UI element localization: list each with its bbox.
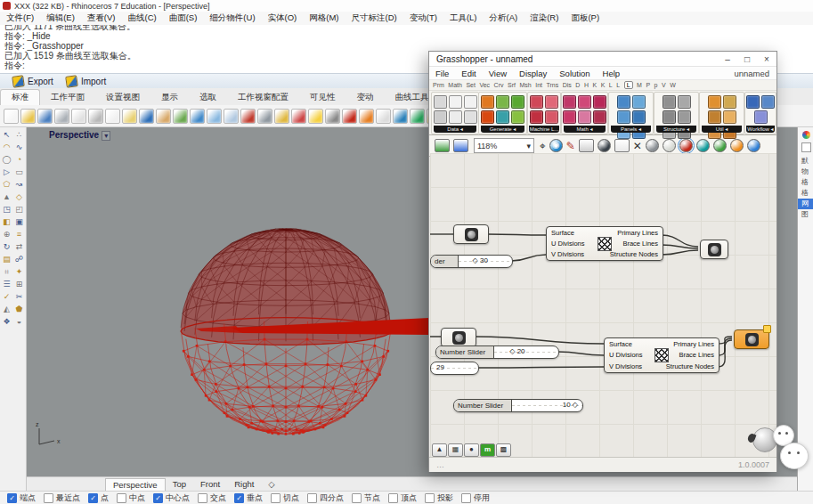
cylinder-icon[interactable]: ◰ — [13, 204, 25, 215]
wireframe-sphere-icon[interactable] — [376, 109, 391, 124]
palette-component-icon[interactable] — [464, 95, 477, 109]
lamp-icon[interactable] — [308, 109, 323, 124]
panel-list-item[interactable]: 默 — [798, 156, 813, 167]
delete-icon[interactable] — [88, 109, 103, 124]
menu-item-12[interactable]: 渲染(R) — [524, 12, 565, 24]
palette-component-icon[interactable] — [481, 95, 494, 109]
osnap-checkbox[interactable] — [461, 493, 471, 503]
freeform-curve-icon[interactable]: ∿ — [13, 142, 25, 153]
move-icon[interactable] — [274, 109, 289, 124]
focus-icon[interactable]: ⌖ — [540, 140, 546, 152]
palette-group-label[interactable]: Workflow ◂ — [746, 126, 774, 133]
osnap-12[interactable]: 停用 — [461, 492, 490, 504]
ghosted-sphere-icon[interactable] — [410, 109, 425, 124]
box-icon[interactable]: ◳ — [1, 204, 12, 215]
palette-group-label[interactable]: Util ◂ — [702, 126, 742, 133]
toolbar-tab-2[interactable]: 设置视图 — [95, 90, 150, 105]
osnap-7[interactable]: 切点 — [271, 492, 299, 504]
viewport-title[interactable]: Perspective▾ — [49, 130, 110, 140]
osnap-2[interactable]: ✓点 — [88, 492, 109, 504]
osnap-1[interactable]: 最近点 — [44, 492, 80, 504]
zoom-extents-icon[interactable] — [224, 109, 239, 124]
gh-menu-file[interactable]: File — [429, 69, 455, 78]
gh-category-tab-16[interactable]: L — [624, 81, 633, 89]
palette-component-icon[interactable] — [708, 110, 721, 124]
panel-list-item[interactable]: 格 — [798, 177, 813, 188]
palette-component-icon[interactable] — [496, 95, 509, 109]
window-icon[interactable] — [614, 139, 630, 152]
osnap-checkbox[interactable]: ✓ — [7, 493, 17, 503]
preview-eye-icon[interactable]: ◉ — [549, 139, 563, 152]
toolbar-tab-6[interactable]: 可见性 — [299, 90, 346, 105]
osnap-checkbox[interactable]: ✓ — [88, 493, 98, 503]
viewport-menu-arrow[interactable]: ▾ — [102, 131, 110, 141]
palette-component-icon[interactable] — [593, 110, 606, 124]
gh-category-tab-15[interactable]: L — [616, 82, 620, 88]
open-file-icon[interactable] — [20, 109, 36, 124]
slider-track[interactable]: ◇ 20 — [494, 346, 558, 358]
menu-item-13[interactable]: 面板(P) — [565, 12, 606, 24]
osnap-8[interactable]: 四分点 — [307, 492, 344, 504]
orient-icon[interactable]: ☍ — [13, 254, 25, 265]
palette-component-icon[interactable] — [496, 110, 509, 124]
gh-menu-help[interactable]: Help — [597, 69, 627, 78]
menu-item-7[interactable]: 网格(M) — [303, 12, 345, 24]
panel-list-item[interactable]: 物 — [798, 167, 813, 177]
export-button[interactable]: Export — [12, 76, 53, 87]
panel-list-item[interactable]: 格 — [798, 188, 813, 199]
grid-icon[interactable]: ▦ — [448, 443, 463, 457]
osnap-checkbox[interactable]: ✓ — [153, 493, 163, 503]
shear-icon[interactable]: ◭ — [1, 304, 12, 315]
number-slider-20[interactable]: Number Slider◇ 20 — [435, 345, 559, 359]
cage-icon[interactable]: ⬟ — [13, 304, 25, 315]
paste-icon[interactable] — [122, 109, 137, 124]
slider-track[interactable]: ◇ 30 — [459, 256, 512, 267]
palette-component-icon[interactable] — [578, 110, 591, 124]
palette-group-label[interactable]: Machine L... ◂ — [529, 126, 558, 133]
undo-icon[interactable] — [139, 109, 154, 124]
palette-component-icon[interactable] — [593, 95, 606, 109]
dark-sphere-icon[interactable] — [598, 139, 611, 152]
gh-category-tab-20[interactable]: V — [662, 82, 666, 88]
gh-menu-view[interactable]: View — [483, 69, 513, 78]
new-file-icon[interactable] — [4, 109, 19, 124]
selected-output-component[interactable] — [734, 329, 769, 349]
zoom-window-icon[interactable] — [207, 109, 222, 124]
gh-category-tab-8[interactable]: Trns — [546, 82, 558, 88]
gh-menu-edit[interactable]: Edit — [455, 69, 482, 78]
toolbar-tab-0[interactable]: 标准 — [0, 89, 40, 105]
split-icon[interactable]: ✦ — [13, 266, 25, 278]
gh-category-tab-10[interactable]: D — [575, 82, 580, 88]
grasshopper-window[interactable]: Grasshopper - unnamed – □ × FileEditView… — [428, 51, 777, 472]
teal-ball-icon[interactable] — [696, 139, 710, 152]
curve-param-component[interactable] — [700, 240, 728, 259]
menu-item-9[interactable]: 变动(T) — [403, 12, 443, 24]
palette-component-icon[interactable] — [723, 110, 736, 124]
dimension-icon[interactable]: ❖ — [1, 316, 12, 328]
gh-category-tab-17[interactable]: M — [637, 82, 642, 88]
surface-icon[interactable]: ▲ — [1, 191, 12, 203]
wires-icon[interactable]: ✕ — [633, 140, 642, 152]
gh-category-tab-4[interactable]: Crv — [494, 82, 504, 88]
palette-component-icon[interactable] — [754, 110, 768, 124]
palette-component-icon[interactable] — [434, 110, 447, 124]
palette-component-icon[interactable] — [578, 95, 591, 109]
boolean-icon[interactable]: ⊕ — [1, 229, 12, 240]
new-viewport-tab-icon[interactable]: ◇ — [261, 478, 281, 490]
osnap-6[interactable]: ✓垂点 — [234, 492, 263, 504]
menu-item-4[interactable]: 曲面(S) — [163, 12, 204, 24]
zoom-icon[interactable] — [190, 109, 205, 124]
diagrid-structure-component-bottom[interactable]: SurfacePrimary LinesU DivisionsBrace Lin… — [604, 337, 720, 373]
ghost-ball-icon[interactable] — [663, 139, 676, 152]
rotate-view-icon[interactable] — [173, 109, 188, 124]
palette-component-icon[interactable] — [617, 110, 630, 124]
panel-icon[interactable] — [801, 142, 811, 152]
palette-component-icon[interactable] — [678, 110, 691, 124]
palette-component-icon[interactable] — [761, 95, 775, 109]
gh-menu-solution[interactable]: Solution — [553, 69, 596, 78]
slider-track[interactable]: 29 — [431, 362, 478, 374]
orange-ball-icon[interactable] — [730, 139, 744, 152]
check-icon[interactable]: ✓ — [1, 291, 12, 303]
toolbar-tab-7[interactable]: 变动 — [346, 90, 385, 105]
point-icon[interactable]: ∴ — [13, 129, 25, 141]
